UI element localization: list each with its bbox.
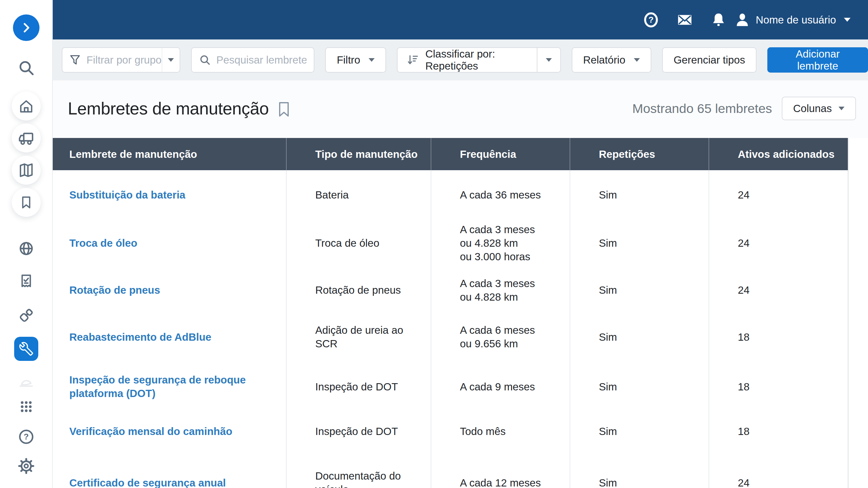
reminder-link[interactable]: Reabastecimento de AdBlue <box>69 330 274 344</box>
cell-assets: 18 <box>709 313 848 360</box>
user-icon <box>735 12 750 28</box>
username-label: Nome de usuário <box>755 14 836 26</box>
table-scrollbar-gutter[interactable] <box>848 138 868 488</box>
cell-repeats: Sim <box>570 450 709 488</box>
inspection-receipt-icon <box>18 273 34 290</box>
group-filter-control <box>62 47 180 73</box>
table-body: Substituição da bateria Bateria A cada 3… <box>53 170 848 488</box>
cell-frequency: A cada 6 mesesou 9.656 km <box>431 313 570 360</box>
sort-button[interactable]: Classificar por: Repetições <box>398 48 537 72</box>
cell-assets: 18 <box>709 413 848 450</box>
chevron-down-icon <box>369 58 375 62</box>
sidebar-item-map[interactable] <box>12 156 41 185</box>
help-icon: ? <box>643 12 659 28</box>
cell-repeats: Sim <box>570 413 709 450</box>
table-row: Substituição da bateria Bateria A cada 3… <box>53 170 848 219</box>
expand-sidebar-button[interactable] <box>13 14 39 41</box>
page-title: Lembretes de manutenção <box>68 98 269 119</box>
cell-frequency: A cada 36 meses <box>431 170 570 219</box>
wrench-icon <box>19 342 33 356</box>
globe-icon <box>18 240 35 257</box>
reminder-link[interactable]: Certificado de segurança anual <box>69 476 274 488</box>
sort-icon <box>407 54 419 66</box>
manage-types-button[interactable]: Gerenciar tipos <box>662 47 756 73</box>
column-header-type[interactable]: Tipo de manutenção <box>287 138 431 170</box>
svg-text:?: ? <box>649 15 654 24</box>
sidebar-item-vehicles[interactable] <box>12 124 41 153</box>
search-icon <box>199 54 211 66</box>
table-row: Verificação mensal do caminhão Inspeção … <box>53 413 848 450</box>
cell-frequency: A cada 9 meses <box>431 360 570 413</box>
funnel-icon <box>62 54 87 66</box>
cell-repeats: Sim <box>570 219 709 267</box>
reminder-link[interactable]: Troca de óleo <box>69 236 274 250</box>
cell-assets: 24 <box>709 450 848 488</box>
cell-assets: 24 <box>709 267 848 313</box>
column-header-repeats[interactable]: Repetições <box>570 138 709 170</box>
page-header: Lembretes de manutenção Mostrando 65 lem… <box>53 90 868 127</box>
cell-repeats: Sim <box>570 267 709 313</box>
sidebar-item-inspections[interactable] <box>17 272 35 290</box>
table-row: Inspeção de segurança de reboque platafo… <box>53 360 848 413</box>
sidebar-item-home[interactable] <box>12 92 41 121</box>
add-reminder-button[interactable]: Adicionar lembrete <box>767 47 868 73</box>
sidebar-item-settings[interactable] <box>17 457 35 475</box>
help-button[interactable]: ? <box>639 8 663 32</box>
column-header-assets[interactable]: Ativos adicionados <box>709 138 848 170</box>
reminder-link[interactable]: Verificação mensal do caminhão <box>69 424 274 438</box>
filter-button-label: Filtro <box>337 54 360 66</box>
sort-caret-button[interactable] <box>537 58 560 62</box>
columns-button[interactable]: Colunas <box>782 97 856 120</box>
search-reminders-input[interactable] <box>216 54 307 66</box>
notifications-button[interactable] <box>707 8 730 32</box>
cell-type: Inspeção de DOT <box>287 360 431 413</box>
sidebar-item-disabled <box>17 372 35 390</box>
cell-frequency: A cada 3 mesesou 4.828 km <box>431 267 570 313</box>
sidebar-item-fuel[interactable] <box>17 306 35 324</box>
chevron-right-icon <box>20 21 33 34</box>
sidebar: ? <box>0 0 53 488</box>
chevron-down-icon <box>844 18 850 22</box>
group-filter-caret-button[interactable] <box>162 58 180 62</box>
messages-button[interactable] <box>673 8 696 32</box>
toolbar: Filtro Classificar por: Repetições Relat… <box>53 39 868 80</box>
table-row: Reabastecimento de AdBlue Adição de urei… <box>53 313 848 360</box>
table-header: Lembrete de manutenção Tipo de manutençã… <box>53 138 848 170</box>
sidebar-item-globe[interactable] <box>17 239 35 258</box>
apps-grid-icon <box>18 398 34 415</box>
table-row: Rotação de pneus Rotação de pneus A cada… <box>53 267 848 313</box>
reminder-link[interactable]: Inspeção de segurança de reboque platafo… <box>69 373 274 400</box>
truck-icon <box>18 130 35 147</box>
user-menu[interactable]: Nome de usuário <box>735 12 850 28</box>
report-button-label: Relatório <box>583 54 625 66</box>
columns-button-label: Colunas <box>793 102 832 115</box>
cell-frequency: A cada 12 meses <box>431 450 570 488</box>
column-header-reminder[interactable]: Lembrete de manutenção <box>53 138 287 170</box>
reminder-link[interactable]: Rotação de pneus <box>69 283 274 297</box>
top-navbar: ? Nome de usuário <box>53 0 868 39</box>
chevron-down-icon <box>634 58 640 62</box>
sidebar-item-maintenance-active[interactable] <box>14 337 38 361</box>
report-button[interactable]: Relatório <box>572 47 651 73</box>
chevron-down-icon <box>546 58 552 62</box>
sort-button-label: Classificar por: Repetições <box>425 48 528 72</box>
sidebar-item-bookmarks[interactable] <box>12 188 41 217</box>
column-header-frequency[interactable]: Frequência <box>431 138 570 170</box>
cell-type: Adição de ureia ao SCR <box>287 313 431 360</box>
filter-button[interactable]: Filtro <box>325 47 386 73</box>
table-row: Certificado de segurança anual Documenta… <box>53 450 848 488</box>
cell-assets: 24 <box>709 170 848 219</box>
sidebar-item-search[interactable] <box>17 59 35 77</box>
showing-count-label: Mostrando 65 lembretes <box>632 101 772 116</box>
group-filter-input[interactable] <box>87 54 162 66</box>
sidebar-item-apps[interactable] <box>17 398 35 416</box>
mail-icon <box>676 11 693 28</box>
bookmark-icon <box>19 195 34 210</box>
bookmark-page-button[interactable] <box>278 101 290 117</box>
reminder-link[interactable]: Substituição da bateria <box>69 188 274 201</box>
chevron-down-icon <box>838 107 844 110</box>
bell-icon <box>710 12 727 28</box>
cell-frequency: A cada 3 mesesou 4.828 kmou 3.000 horas <box>431 219 570 267</box>
sidebar-item-help[interactable]: ? <box>17 428 35 446</box>
chevron-down-icon <box>168 58 174 62</box>
